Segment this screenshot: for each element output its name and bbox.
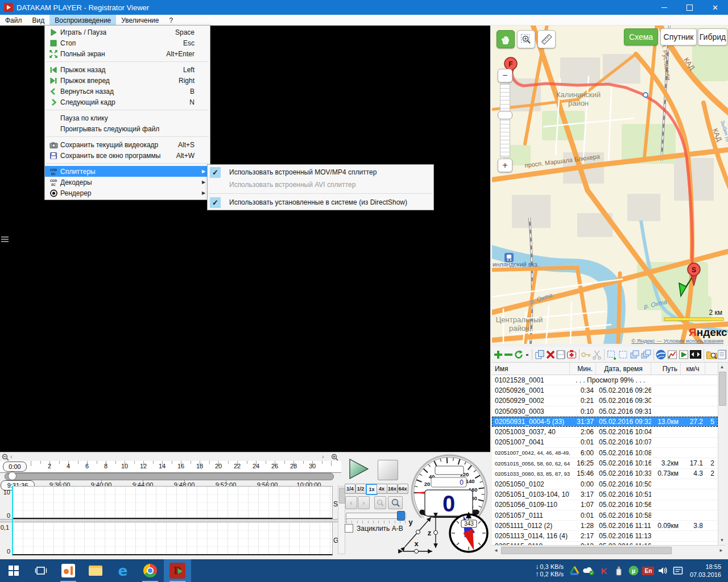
delete-button[interactable] <box>545 348 556 361</box>
copy-button[interactable] <box>534 348 545 361</box>
action-center-icon[interactable] <box>671 559 685 582</box>
speed-64x-button[interactable]: 64x <box>398 484 408 494</box>
column-header-1[interactable]: Мин. <box>570 363 596 375</box>
usb-icon[interactable] <box>611 559 626 582</box>
scroll-right-icon[interactable]: ► <box>717 546 725 554</box>
speed-1-2-button[interactable]: 1/2 <box>355 484 366 494</box>
titlebar[interactable]: DATAKAM PLAYER - Registrator Viewer ✕ <box>0 0 728 15</box>
refresh-button[interactable] <box>514 348 524 361</box>
column-header-2[interactable]: Дата, время <box>596 363 651 375</box>
file-row[interactable]: 02051057_01110:0105.02.2016 10:58 <box>492 510 718 521</box>
layers-button[interactable] <box>629 348 640 361</box>
menu-item-следующий-кадр[interactable]: Следующий кадрN <box>45 97 210 107</box>
menubar-item-увеличение[interactable]: Увеличение <box>116 15 164 26</box>
graph-scrollbar[interactable] <box>338 486 345 554</box>
file-row[interactable]: 02051113_0114, 116 (4)2:1705.02.2016 11:… <box>492 531 718 541</box>
task-view-button[interactable] <box>27 559 55 582</box>
menu-item-рендерер[interactable]: Рендерер▶ <box>45 188 210 198</box>
taskbar-chrome[interactable] <box>136 559 164 582</box>
key-button[interactable] <box>581 348 592 361</box>
menubar-item-вид[interactable]: Вид <box>27 15 50 26</box>
file-row[interactable]: 02050926_00010:3405.02.2016 09:26 <box>492 385 718 396</box>
filelist-vscrollbar[interactable]: ▲ ▼ <box>718 363 726 545</box>
select-button[interactable] <box>618 348 629 361</box>
layers-group-button[interactable] <box>640 348 652 361</box>
file-row[interactable]: 02051003_0037, 402:0605.02.2016 10:04 <box>492 427 718 437</box>
map[interactable]: Калининский район Центральный район прос… <box>492 24 728 344</box>
map-canvas[interactable]: Калининский район Центральный район прос… <box>492 24 728 344</box>
map-zoom-handle[interactable] <box>498 111 512 119</box>
file-row[interactable]: 02051056_0109-1101:0705.02.2016 10:56 <box>492 500 718 510</box>
panel-list-button[interactable] <box>715 348 728 361</box>
kaspersky-icon[interactable]: K <box>597 559 611 582</box>
speed-1-4-button[interactable]: 1/4 <box>345 484 355 494</box>
file-row[interactable]: 02051051_0103-104, 107 (6)3:1705.02.2016… <box>492 489 718 500</box>
language-indicator[interactable]: En <box>641 559 656 582</box>
file-list-header[interactable]: ИмяМин.Дата, времяПутькм/ч <box>492 363 718 375</box>
track-map-add-button[interactable] <box>678 348 689 361</box>
gdrive-icon[interactable] <box>567 559 582 582</box>
hand-tool-button[interactable] <box>497 30 515 48</box>
submenu-item[interactable]: ✓Использовать установленные в системе (и… <box>208 196 433 209</box>
menu-item-вернуться-назад[interactable]: Вернуться назадB <box>45 86 210 97</box>
map-view-scheme-button[interactable]: Схема <box>624 28 658 45</box>
first-aid-button[interactable] <box>566 348 577 361</box>
menu-item-сохранить-текущий-видеокадр[interactable]: Сохранить текущий видеокадрAlt+S <box>45 139 210 150</box>
timeline-minute-ruler[interactable]: 24681012141618202224262830 <box>0 461 341 473</box>
scroll-left-icon[interactable]: ◄ <box>492 546 500 554</box>
menu-item-проигрывать-следующий-файл[interactable]: Проигрывать следующий файл <box>45 123 210 134</box>
column-header-0[interactable]: Имя <box>492 363 570 375</box>
map-zoom-track[interactable] <box>500 84 510 157</box>
graph-zoom-in-button[interactable] <box>388 496 403 509</box>
submenu-item[interactable]: ✓Использовать встроенный MOV/MP4 сплитте… <box>208 166 433 178</box>
menu-item-пауза-по-клику[interactable]: Пауза по клику <box>45 113 210 123</box>
graph-splitter[interactable] <box>0 519 347 522</box>
minimize-button[interactable] <box>651 0 677 15</box>
maximize-button[interactable] <box>677 0 702 15</box>
frame-export-button[interactable] <box>689 348 702 361</box>
menu-item-прыжок-вперед[interactable]: Прыжок впередRight <box>45 75 210 86</box>
scroll-down-icon[interactable]: ▼ <box>718 536 726 544</box>
column-header-4[interactable]: км/ч <box>681 363 705 375</box>
start-button[interactable] <box>0 559 27 582</box>
menu-item-полный-экран[interactable]: Полный экранAlt+Enter <box>45 48 210 59</box>
net-arrows-icon[interactable]: ↓↑ <box>535 563 539 578</box>
cloud-sync-icon[interactable]: ✓ <box>582 559 597 582</box>
file-row[interactable]: 02051015_0056, 58, 60, 62, 64, 71, 75 (.… <box>492 458 718 468</box>
next-file-button[interactable]: › <box>358 496 370 509</box>
taskbar-explorer[interactable] <box>82 559 109 582</box>
select-add-button[interactable] <box>606 348 618 361</box>
panel-toggle-icon[interactable] <box>1 236 9 243</box>
scroll-up-icon[interactable]: ▲ <box>718 363 726 371</box>
file-row[interactable]: 02051050_01020:0005.02.2016 10:50 <box>492 479 718 489</box>
timeline-progress-bar[interactable] <box>5 473 334 480</box>
map-copyright[interactable]: © Яндекс — Условия использования <box>631 338 723 344</box>
column-header-3[interactable]: Путь <box>651 363 681 375</box>
menubar-item-воспроизведение[interactable]: Воспроизведение <box>49 15 116 26</box>
remove-button[interactable] <box>503 348 514 361</box>
taskbar-datakam-player[interactable]: D <box>164 559 191 582</box>
menubar-item-?[interactable]: ? <box>164 15 178 26</box>
add-button[interactable] <box>493 348 503 361</box>
map-zoom-out-button[interactable]: − <box>498 69 512 82</box>
utorrent-icon[interactable]: µ <box>626 559 641 582</box>
play-button[interactable] <box>348 458 370 482</box>
timeline-scroll-right-icon[interactable]: › <box>322 453 324 460</box>
speed-1x-button[interactable]: 1x <box>366 484 378 495</box>
map-zoom-in-button[interactable]: + <box>498 159 512 172</box>
taskbar-clock[interactable]: 18:55 07.03.2016 <box>690 563 721 579</box>
file-row[interactable]: 02050929_00020:2105.02.2016 09:30 <box>492 396 718 406</box>
menu-item-декодеры[interactable]: CODECДекодеры▶ <box>45 177 210 188</box>
map-view-satellite-button[interactable]: Спутник <box>660 28 697 45</box>
stop-button[interactable] <box>378 460 398 480</box>
file-row[interactable]: 02051007_00410:0105.02.2016 10:07 <box>492 438 718 448</box>
volume-icon[interactable] <box>656 559 671 582</box>
speed-16x-button[interactable]: 16x <box>387 484 398 494</box>
timeline-scroll-left-icon[interactable]: ‹ <box>10 453 13 460</box>
menu-item-сохранить-все-окно-программы[interactable]: Сохранить все окно программыAlt+W <box>45 150 210 161</box>
taskbar-edge[interactable]: e <box>109 559 136 582</box>
close-button[interactable]: ✕ <box>702 0 728 15</box>
speed-4x-button[interactable]: 4x <box>377 484 387 494</box>
taskbar-media-app[interactable] <box>55 559 82 582</box>
more-button[interactable] <box>524 348 530 361</box>
